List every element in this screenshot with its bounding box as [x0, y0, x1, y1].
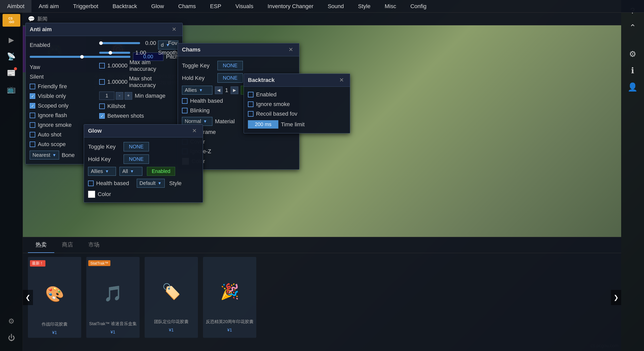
glow-all-dropdown[interactable]: All ▼ [120, 167, 142, 176]
chams-hold-key-button[interactable]: NONE [217, 73, 243, 83]
glow-health-based-checkbox[interactable] [88, 181, 94, 186]
antiaim-right-panel: 0.00 Fov 1.00 Smooth 1.00000 Max aim ina… [97, 36, 180, 123]
backtrack-ignore-smoke-row: Ignore smoke [248, 99, 346, 109]
backtrack-enabled-row: Enabled [248, 90, 346, 99]
antiaim-ignore-flash-checkbox[interactable] [30, 113, 35, 118]
backtrack-enabled-checkbox[interactable] [248, 92, 253, 97]
right-info-icon[interactable]: ℹ [626, 63, 640, 77]
antiaim-fov-label: Fov [168, 40, 177, 46]
backtrack-time-input[interactable] [248, 120, 278, 129]
antiaim-ignore-smoke-label: Ignore smoke [38, 122, 72, 128]
backtrack-recoil-fov-checkbox[interactable] [248, 111, 253, 117]
glow-color-swatch[interactable] [88, 191, 95, 198]
right-sidebar: ? ⌃ ⚙ ℹ 👤 [621, 0, 644, 351]
antiaim-visible-only-checkbox[interactable] [30, 93, 35, 99]
backtrack-ignore-smoke-label: Ignore smoke [256, 101, 290, 108]
antiaim-max-shot-value: 1.00000 [107, 79, 127, 85]
menu-sound[interactable]: Sound [320, 0, 351, 12]
sidebar-play-icon[interactable]: ▶ [4, 33, 18, 47]
glow-enabled-button[interactable]: Enabled [147, 167, 175, 176]
chams-allies-arrow: ▼ [199, 88, 203, 93]
antiaim-min-damage-input[interactable] [99, 92, 114, 100]
glow-toggle-key-button[interactable]: NONE [124, 142, 149, 151]
menu-aimbot[interactable]: Aimbot [0, 0, 31, 12]
antiaim-min-damage-decrement[interactable]: - [116, 92, 123, 100]
sidebar-settings-icon[interactable]: ⚙ [4, 314, 18, 328]
glow-style-label: Style [169, 180, 182, 187]
backtrack-ignore-smoke-checkbox[interactable] [248, 101, 253, 107]
menu-misc[interactable]: Misc [378, 0, 403, 12]
menu-inventory-changer[interactable]: Inventory Changer [260, 0, 320, 12]
store-item-img-0: 🎨 [28, 269, 81, 319]
chams-page-value: 1 [225, 87, 228, 94]
antiaim-smooth-thumb[interactable] [109, 51, 112, 55]
chams-next-button[interactable]: ▶ [231, 86, 238, 94]
antiaim-nearest-dropdown[interactable]: Nearest ▼ [30, 151, 59, 160]
store-next-button[interactable]: ❯ [611, 290, 621, 305]
sidebar-power-icon[interactable]: ⏻ [4, 331, 18, 345]
glow-default-dropdown[interactable]: Default ▼ [137, 179, 165, 188]
chams-normal-label: Normal [185, 118, 201, 124]
antiaim-killshot-checkbox[interactable] [99, 103, 105, 109]
right-chevron-icon[interactable]: ⌃ [626, 20, 640, 34]
right-settings-icon[interactable]: ⚙ [626, 47, 640, 61]
backtrack-enabled-label: Enabled [256, 91, 277, 98]
glow-allies-dropdown[interactable]: Allies ▼ [88, 167, 116, 176]
antiaim-max-aim-value: 1.00000 [107, 62, 127, 69]
antiaim-max-shot-label: Max shot inaccuracy [129, 75, 177, 89]
store-tab-shop[interactable]: 商店 [54, 237, 81, 253]
antiaim-max-shot-row: 1.00000 Max shot inaccuracy [99, 74, 177, 90]
sidebar-radio-icon[interactable]: 📡 [4, 49, 18, 63]
store-item-price-2: ¥1 [145, 327, 198, 335]
menu-esp[interactable]: ESP [203, 0, 228, 12]
chams-prev-button[interactable]: ◀ [215, 86, 223, 94]
menu-config[interactable]: Config [403, 0, 434, 12]
antiaim-smooth-label: Smooth [158, 49, 177, 56]
menu-glow[interactable]: Glow [144, 0, 171, 12]
sidebar-tv-icon[interactable]: 📺 [4, 82, 18, 96]
glow-header: Glow ✕ [84, 125, 203, 137]
antiaim-auto-shot-checkbox[interactable] [30, 132, 35, 137]
chams-allies-dropdown[interactable]: Allies ▼ [182, 86, 212, 95]
antiaim-min-damage-increment[interactable]: + [125, 92, 132, 100]
antiaim-silent-label: Silent [30, 74, 44, 80]
menu-triggerbot[interactable]: Triggerbot [66, 0, 105, 12]
antiaim-scoped-only-checkbox[interactable] [30, 103, 35, 109]
store-tab-market[interactable]: 市场 [81, 237, 107, 253]
antiaim-header: Anti aim ✕ [26, 23, 182, 36]
antiaim-max-aim-checkbox[interactable] [99, 63, 105, 68]
antiaim-pitch-thumb[interactable] [80, 55, 84, 59]
sidebar-news-icon[interactable]: 📰 [4, 66, 18, 80]
chams-health-based-checkbox[interactable] [182, 98, 188, 104]
menu-backtrack[interactable]: Backtrack [105, 0, 144, 12]
right-user-icon[interactable]: 👤 [626, 80, 640, 94]
store-item-name-0: 作战印花胶囊 [28, 319, 81, 329]
store-tab-hot[interactable]: 热卖 [28, 237, 54, 253]
antiaim-friendly-fire-label: Friendly fire [38, 83, 67, 90]
store-prev-button[interactable]: ❮ [23, 290, 33, 305]
glow-hold-key-button[interactable]: NONE [124, 154, 149, 164]
chams-toggle-key-button[interactable]: NONE [217, 61, 243, 70]
backtrack-close-button[interactable]: ✕ [337, 76, 346, 84]
antiaim-friendly-fire-checkbox[interactable] [30, 84, 35, 89]
antiaim-max-aim-label: Max aim inaccuracy [129, 59, 177, 72]
backtrack-title: Backtrack [248, 77, 275, 83]
chams-close-button[interactable]: ✕ [286, 46, 295, 54]
antiaim-max-shot-checkbox[interactable] [99, 79, 105, 85]
antiaim-fov-thumb[interactable] [99, 41, 103, 45]
menu-chams[interactable]: Chams [171, 0, 203, 12]
antiaim-between-shots-checkbox[interactable] [99, 113, 105, 119]
antiaim-close-button[interactable]: ✕ [170, 26, 178, 33]
chams-blinking-checkbox[interactable] [182, 108, 188, 113]
antiaim-ignore-smoke-checkbox[interactable] [30, 122, 35, 128]
badge-new-0: 最新！ [30, 260, 45, 267]
glow-default-label: Default [140, 180, 156, 186]
menu-style[interactable]: Style [351, 0, 378, 12]
antiaim-auto-scope-checkbox[interactable] [30, 142, 35, 147]
menu-antiaim[interactable]: Anti aim [31, 0, 66, 12]
glow-close-button[interactable]: ✕ [190, 127, 199, 135]
glow-hold-key-row: Hold Key NONE [88, 153, 199, 165]
antiaim-smooth-slider[interactable] [99, 52, 130, 54]
antiaim-fov-slider[interactable] [99, 42, 140, 44]
menu-visuals[interactable]: Visuals [228, 0, 261, 12]
